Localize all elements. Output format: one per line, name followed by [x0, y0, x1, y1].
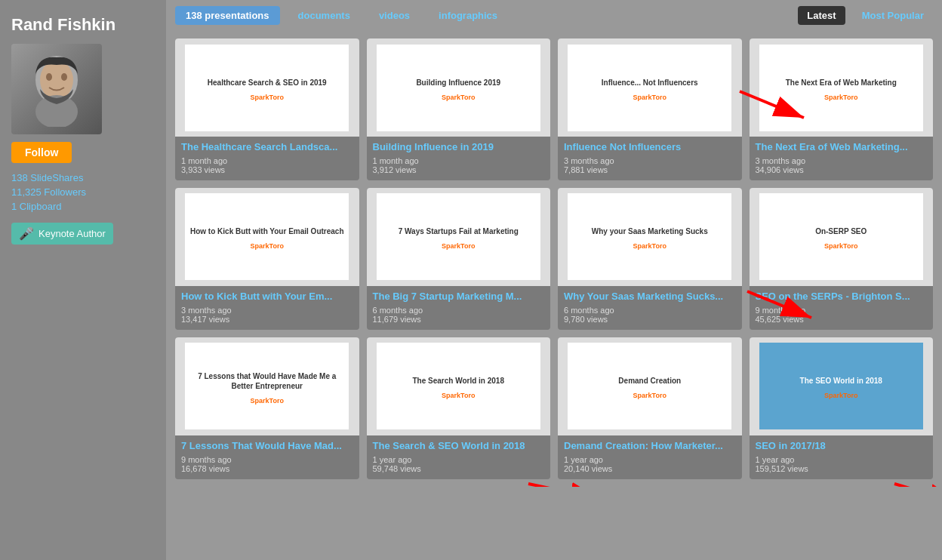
svg-point-1: [40, 60, 73, 100]
card-info: How to Kick Butt with Your Em... 3 month…: [175, 286, 359, 330]
card-title[interactable]: Demand Creation: How Marketer...: [564, 440, 736, 453]
presentation-card[interactable]: Why your Saas Marketing Sucks SparkToro …: [558, 188, 742, 330]
card-thumbnail: The SEO World in 2018 SparkToro: [750, 337, 934, 435]
sidebar: Rand Fishkin Follow 138 SlideShares 11,3…: [0, 0, 166, 560]
card-meta-views: 20,140 views: [564, 464, 736, 473]
tab-videos[interactable]: videos: [368, 6, 420, 25]
card-meta-views: 3,933 views: [181, 165, 353, 174]
presentation-card[interactable]: The Search World in 2018 SparkToro The S…: [367, 337, 551, 479]
presentation-card[interactable]: The Next Era of Web Marketing SparkToro …: [750, 38, 934, 180]
card-meta-time: 6 months ago: [564, 306, 736, 315]
presentation-card[interactable]: 7 Ways Startups Fail at Marketing SparkT…: [367, 188, 551, 330]
card-meta-time: 1 year ago: [756, 455, 928, 464]
tab-infographics[interactable]: infographics: [428, 6, 508, 25]
thumb-brand: SparkToro: [824, 242, 857, 250]
card-meta-time: 9 months ago: [181, 455, 353, 464]
card-title[interactable]: Influence Not Influencers: [564, 141, 736, 154]
thumb-title: The Search World in 2018: [408, 373, 509, 389]
card-meta-time: 1 month ago: [181, 156, 353, 165]
card-thumbnail: 7 Ways Startups Fail at Marketing SparkT…: [367, 188, 551, 286]
presentations-grid-wrapper: Healthcare Search & SEO in 2019 SparkTor…: [166, 31, 942, 487]
keynote-icon: 🎤: [19, 226, 34, 241]
card-meta-time: 3 months ago: [564, 156, 736, 165]
username: Rand Fishkin: [11, 15, 155, 35]
card-info: Why Your Saas Marketing Sucks... 6 month…: [558, 286, 742, 330]
card-title[interactable]: Why Your Saas Marketing Sucks...: [564, 291, 736, 303]
keynote-label: Keynote Author: [38, 228, 106, 239]
thumb-title: Healthcare Search & SEO in 2019: [203, 75, 331, 91]
card-info: Building Influence in 2019 1 month ago 3…: [367, 137, 551, 180]
tab-presentations[interactable]: 138 presentations: [175, 6, 280, 25]
card-meta-time: 1 month ago: [373, 156, 545, 165]
card-title[interactable]: SEO in 2017/18: [756, 440, 928, 453]
card-thumbnail: The Search World in 2018 SparkToro: [367, 337, 551, 435]
avatar: [11, 44, 102, 134]
thumb-title: Influence... Not Influencers: [597, 75, 703, 91]
presentation-card[interactable]: Healthcare Search & SEO in 2019 SparkTor…: [175, 38, 359, 180]
card-info: SEO on the SERPs - Brighton S... 9 month…: [750, 286, 934, 330]
card-info: The Healthcare Search Landsca... 1 month…: [175, 137, 359, 180]
card-title[interactable]: The Healthcare Search Landsca...: [181, 141, 353, 154]
card-title[interactable]: The Next Era of Web Marketing...: [756, 141, 928, 154]
card-meta-time: 9 months ago: [756, 306, 928, 315]
card-title[interactable]: 7 Lessons That Would Have Mad...: [181, 440, 353, 453]
card-info: Demand Creation: How Marketer... 1 year …: [558, 435, 742, 479]
card-thumbnail: Influence... Not Influencers SparkToro: [558, 38, 742, 137]
thumb-brand: SparkToro: [633, 242, 666, 250]
card-info: 7 Lessons That Would Have Mad... 9 month…: [175, 435, 359, 479]
follow-button[interactable]: Follow: [11, 142, 72, 163]
card-meta-time: 3 months ago: [181, 306, 353, 315]
card-meta-views: 11,679 views: [373, 315, 545, 324]
top-bar: 138 presentations documents videos infog…: [166, 0, 942, 31]
thumb-brand: SparkToro: [633, 94, 666, 101]
sort-latest[interactable]: Latest: [798, 6, 845, 25]
card-meta-time: 6 months ago: [373, 306, 545, 315]
card-thumbnail: Demand Creation SparkToro: [558, 337, 742, 435]
thumb-title: Building Influence 2019: [411, 75, 505, 91]
thumb-brand: SparkToro: [251, 397, 284, 405]
presentation-card[interactable]: Demand Creation SparkToro Demand Creatio…: [558, 337, 742, 479]
presentations-grid: Healthcare Search & SEO in 2019 SparkTor…: [166, 31, 942, 487]
presentation-card[interactable]: Building Influence 2019 SparkToro Buildi…: [367, 38, 551, 180]
card-thumbnail: Healthcare Search & SEO in 2019 SparkTor…: [175, 38, 359, 137]
card-title[interactable]: Building Influence in 2019: [373, 141, 545, 154]
presentation-card[interactable]: The SEO World in 2018 SparkToro SEO in 2…: [750, 337, 934, 479]
presentation-card[interactable]: Influence... Not Influencers SparkToro I…: [558, 38, 742, 180]
thumb-brand: SparkToro: [824, 94, 857, 101]
card-meta-views: 59,748 views: [373, 464, 545, 473]
thumb-brand: SparkToro: [633, 392, 666, 399]
card-meta-views: 13,417 views: [181, 315, 353, 324]
card-thumbnail: Why your Saas Marketing Sucks SparkToro: [558, 188, 742, 286]
presentation-card[interactable]: How to Kick Butt with Your Email Outreac…: [175, 188, 359, 330]
card-title[interactable]: How to Kick Butt with Your Em...: [181, 291, 353, 303]
thumb-brand: SparkToro: [442, 242, 475, 250]
tab-documents[interactable]: documents: [288, 6, 361, 25]
card-thumbnail: How to Kick Butt with Your Email Outreac…: [175, 188, 359, 286]
presentation-card[interactable]: On-SERP SEO SparkToro SEO on the SERPs -…: [750, 188, 934, 330]
card-meta-views: 34,906 views: [756, 165, 928, 174]
thumb-title: 7 Ways Startups Fail at Marketing: [394, 223, 523, 239]
card-title[interactable]: The Big 7 Startup Marketing M...: [373, 291, 545, 303]
presentation-card[interactable]: 7 Lessons that Would Have Made Me a Bett…: [175, 337, 359, 479]
card-meta-views: 16,678 views: [181, 464, 353, 473]
slideshares-link[interactable]: 138 SlideShares: [11, 172, 155, 183]
card-thumbnail: 7 Lessons that Would Have Made Me a Bett…: [175, 337, 359, 435]
card-info: The Search & SEO World in 2018 1 year ag…: [367, 435, 551, 479]
thumb-title: How to Kick Butt with Your Email Outreac…: [186, 223, 349, 239]
followers-link[interactable]: 11,325 Followers: [11, 186, 155, 198]
card-meta-time: 3 months ago: [756, 156, 928, 165]
clipboard-link[interactable]: 1 Clipboard: [11, 201, 155, 212]
sort-popular[interactable]: Most Popular: [853, 6, 933, 25]
keynote-badge: 🎤 Keynote Author: [11, 223, 113, 245]
card-title[interactable]: The Search & SEO World in 2018: [373, 440, 545, 453]
svg-point-3: [61, 73, 67, 81]
card-meta-views: 7,881 views: [564, 165, 736, 174]
card-title[interactable]: SEO on the SERPs - Brighton S...: [756, 291, 928, 303]
thumb-title: Why your Saas Marketing Sucks: [587, 223, 713, 239]
main-content: 138 presentations documents videos infog…: [166, 0, 942, 560]
card-thumbnail: On-SERP SEO SparkToro: [750, 188, 934, 286]
thumb-title: Demand Creation: [614, 373, 685, 389]
thumb-title: On-SERP SEO: [811, 223, 871, 239]
thumb-brand: SparkToro: [251, 242, 284, 250]
card-thumbnail: The Next Era of Web Marketing SparkToro: [750, 38, 934, 137]
